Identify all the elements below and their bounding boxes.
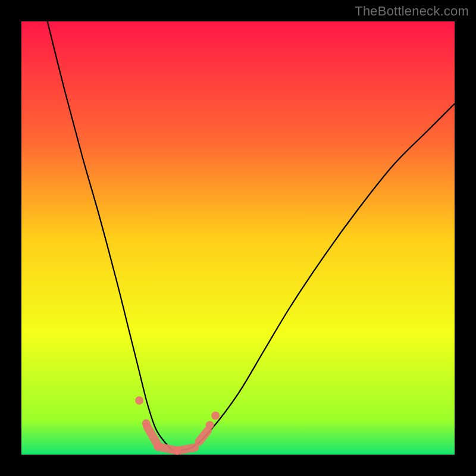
marker-segment [177,447,195,450]
bottleneck-curve [48,21,455,451]
watermark-text: TheBottleneck.com [355,4,469,19]
marker-dot [206,421,214,429]
chart-frame: TheBottleneck.com [0,0,476,476]
curve-svg [21,21,455,455]
marker-segment [199,431,208,441]
marker-dot [211,411,220,419]
marker-dot [135,396,143,405]
plot-area [21,21,455,455]
